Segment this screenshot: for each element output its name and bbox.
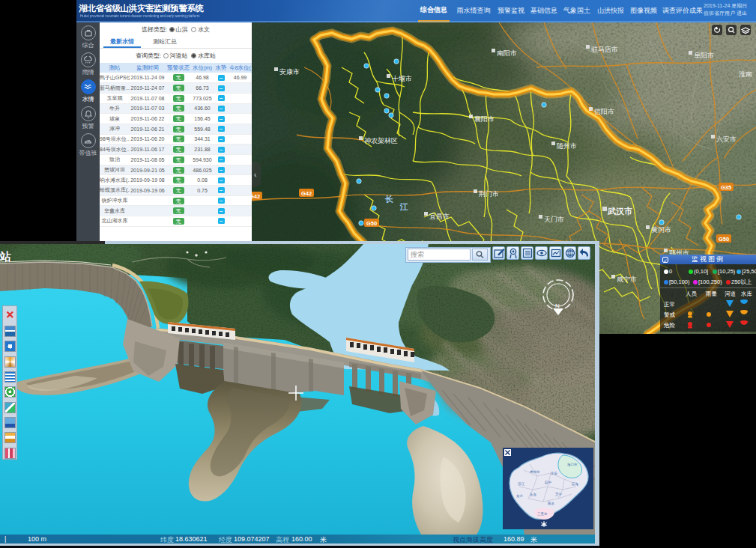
svg-text:海口市: 海口市: [567, 463, 578, 466]
svg-text:东方: 东方: [516, 494, 524, 498]
svg-text:G35: G35: [721, 184, 731, 191]
svg-text:站: 站: [0, 250, 11, 263]
svg-text:神农架林区: 神农架林区: [364, 137, 398, 144]
svg-text:‹: ‹: [254, 171, 256, 179]
svg-text:南阳市: 南阳市: [497, 49, 517, 57]
svg-text:六安市: 六安市: [716, 136, 737, 143]
svg-text:定安: 定安: [551, 472, 558, 475]
svg-text:G42: G42: [301, 190, 312, 197]
svg-text:荆门市: 荆门市: [479, 190, 499, 198]
svg-text:G42: G42: [252, 193, 260, 200]
svg-text:宜昌市: 宜昌市: [429, 213, 450, 220]
svg-text:长: 长: [384, 195, 393, 204]
svg-text:琼中: 琼中: [544, 481, 552, 484]
svg-text:陵水: 陵水: [548, 501, 555, 505]
svg-text:随州市: 随州市: [557, 142, 577, 150]
svg-text:淮南: 淮南: [739, 70, 752, 78]
svg-text:信阳市: 信阳市: [593, 108, 614, 115]
svg-text:天门市: 天门市: [544, 216, 564, 223]
svg-text:武汉市: 武汉市: [607, 207, 632, 216]
svg-text:安康市: 安康市: [279, 68, 300, 76]
svg-text:G50: G50: [719, 236, 729, 243]
svg-text:黄冈市: 黄冈市: [651, 226, 671, 234]
svg-text:琼海: 琼海: [571, 482, 579, 486]
svg-text:N: N: [555, 302, 560, 309]
svg-text:襄阳市: 襄阳市: [474, 115, 495, 123]
svg-text:三亚市: 三亚市: [537, 511, 548, 516]
svg-text:乐东: 乐东: [529, 493, 537, 496]
svg-text:G50: G50: [366, 220, 377, 227]
svg-text:儋州市: 儋州市: [529, 470, 540, 474]
svg-text:江: 江: [399, 202, 408, 211]
svg-text:阜阳市: 阜阳市: [694, 52, 714, 59]
svg-text:驻马店市: 驻马店市: [591, 46, 618, 53]
svg-text:万宁: 万宁: [555, 493, 563, 496]
svg-text:十堰市: 十堰市: [392, 75, 412, 82]
svg-text:昌江: 昌江: [518, 482, 525, 486]
svg-text:咸宁市: 咸宁市: [617, 275, 637, 283]
